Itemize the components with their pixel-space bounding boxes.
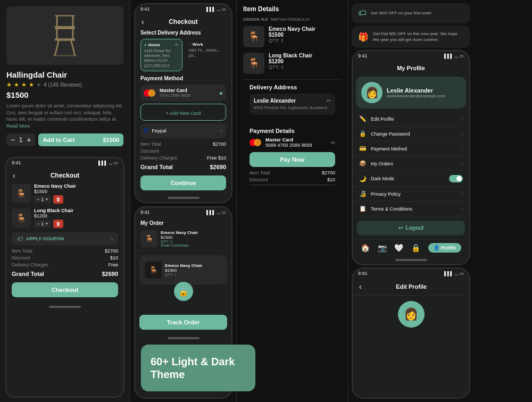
menu-item-change-password[interactable]: 🔒 Change Password › xyxy=(353,127,469,141)
logout-button[interactable]: ↩ Logout xyxy=(357,221,465,235)
promo-text-1: Get 30% OFF on your first order xyxy=(371,10,431,16)
checkout-body-2: Select Delivery Address ● Home ✏ 4140 Pa… xyxy=(135,30,231,194)
nav-profile-button[interactable]: 👤 Profile xyxy=(428,243,461,253)
delivery-name: Leslie Alexander xyxy=(254,98,331,104)
order-item-1: 🪑 Emeco Navy Chair $1500 QTY: 1 Order Co… xyxy=(135,227,231,251)
battery-icon-profile: ▭ xyxy=(460,54,464,58)
qty-ctrl-sm-2: − 1 + xyxy=(34,220,51,228)
edit-profile-header: ‹ Edit Profile › xyxy=(353,278,469,296)
payment-method-label: Payment Method xyxy=(371,146,407,152)
order-blur-bg: 🪑 Emeco Navy Chair $1500 QTY: 1 xyxy=(139,255,227,284)
dark-mode-toggle[interactable] xyxy=(449,175,463,182)
item-total-row-2: Item Total $2700 xyxy=(140,141,226,147)
order-name-1: Emeco Navy Chair xyxy=(161,230,226,235)
menu-item-privacy-policy[interactable]: 🔏 Privacy Policy › xyxy=(353,187,469,202)
read-more-link[interactable]: Read More xyxy=(6,123,30,129)
nav-heart-icon[interactable]: 🤍 xyxy=(394,244,403,252)
delivery-value: Free xyxy=(108,262,118,267)
discount-row-2: Discount xyxy=(140,148,226,154)
item-total-label: Item Total xyxy=(12,248,32,254)
quantity-decrease[interactable]: − xyxy=(11,136,15,144)
nav-camera-icon[interactable]: 📷 xyxy=(378,244,387,252)
payment-title: Payment Details xyxy=(250,128,335,134)
chair-illustration xyxy=(44,12,86,60)
column-4: 🏷 Get 30% OFF on your first order 🎁 Get … xyxy=(348,0,473,402)
star-2: ★ xyxy=(14,81,19,88)
order-no-value: 56874JHT8569LK10 xyxy=(270,17,309,22)
item-detail-2: 🪑 Long Black Chair $1200 QTY: 1 xyxy=(243,53,342,74)
home-address-card[interactable]: ● Home ✏ 4140 Parker Rd. Allentown, New … xyxy=(140,39,182,71)
delete-item-1[interactable]: 🗑 xyxy=(53,195,63,204)
edit-profile-arrow: › xyxy=(461,116,463,122)
quantity-increase[interactable]: + xyxy=(27,136,31,144)
delivery-address-card: ✏ Leslie Alexander 8502 Preston Rd. Ingl… xyxy=(250,94,335,115)
signal-icon-edit: ▌▌▌ xyxy=(444,271,453,276)
item-img-1: 🪑 xyxy=(243,26,264,47)
page-wrapper: Hallingdal Chair ★ ★ ★ ★ ★ 4 (146 Review… xyxy=(0,0,532,402)
item-qty-row-1: − 1 + 🗑 xyxy=(34,195,118,204)
item-total-value-2: $2700 xyxy=(213,141,226,147)
home-radio: ● xyxy=(144,43,147,47)
work-address-card[interactable]: ○ Work 1901 Th... Shiloh,... (20... xyxy=(185,39,226,71)
order-confirmed-visual: 🪑 Emeco Navy Chair $1500 QTY: 1 🔒 xyxy=(139,255,227,298)
home-indicator-profile xyxy=(395,259,427,261)
menu-item-my-orders[interactable]: 📦 My Orders › xyxy=(353,156,469,171)
delivery-row: Delivery Charges Free xyxy=(12,262,118,267)
coupon-label: APPLY COUPON xyxy=(26,236,64,241)
work-label: Work xyxy=(193,42,203,47)
paypal-option[interactable]: P Paypal ○ xyxy=(140,123,226,138)
summary-item-total-value: $2700 xyxy=(322,170,335,175)
order-item-row-2: 🪑 Long Black Chair $1200 − 1 + 🗑 xyxy=(12,208,118,228)
checkout-body: 🪑 Emeco Navy Chair $1500 − 1 + 🗑 xyxy=(6,183,123,303)
item-details-section: Item Details ORDER NO 56874JHT8569LK10 🪑… xyxy=(237,0,348,402)
privacy-policy-label: Privacy Policy xyxy=(371,191,401,197)
back-button[interactable]: ‹ xyxy=(13,171,15,180)
delete-item-2[interactable]: 🗑 xyxy=(53,220,63,228)
menu-item-terms[interactable]: 📋 Terms & Conditions › xyxy=(353,202,469,216)
promo-card-1: 🏷 Get 30% OFF on your first order xyxy=(352,3,470,23)
toggle-knob xyxy=(456,176,462,181)
battery-icon-orders: ▭ xyxy=(222,210,226,215)
blur-thumb: 🪑 xyxy=(145,262,162,279)
avatar: 👩 xyxy=(361,82,383,103)
checkout-phone-2: 9:41 ▌▌▌ ◟◞ ▭ ‹ Checkout Select Delivery… xyxy=(134,3,232,203)
item-detail-name-2: Long Black Chair xyxy=(269,53,312,58)
wifi-icon: ◟◞ xyxy=(109,161,112,165)
continue-button[interactable]: Continue xyxy=(140,175,226,190)
nav-home-icon[interactable]: 🏠 xyxy=(361,244,370,252)
star-3: ★ xyxy=(21,81,27,88)
add-new-card-button[interactable]: + Add New Card xyxy=(140,104,226,121)
pay-now-button[interactable]: Pay Now xyxy=(250,152,335,167)
promo-overlay-banner: 60+ Light & Dark Theme xyxy=(141,345,255,391)
edit-payment-icon[interactable]: ✏ xyxy=(331,140,335,146)
quantity-value: 1 xyxy=(17,136,24,144)
change-password-label: Change Password xyxy=(371,131,410,137)
edit-profile-icon: ✏️ xyxy=(359,115,367,122)
item-text-1: Emeco Navy Chair $1500 QTY: 1 xyxy=(269,26,315,43)
edit-profile-phone: 9:41 ▌▌▌ ◟◞ ▭ ‹ Edit Profile › 👩 xyxy=(352,267,470,399)
wifi-icon-edit: ◟◞ xyxy=(455,271,458,276)
track-order-button[interactable]: Track Order xyxy=(139,315,227,330)
edit-address-icon[interactable]: ✏ xyxy=(327,98,331,104)
payment-details-section: Payment Details Master Card 5689 4700 25… xyxy=(243,123,342,192)
menu-item-payment-method[interactable]: 💳 Payment Method › xyxy=(353,141,469,156)
discount-row: Discount $10 xyxy=(12,255,118,261)
add-to-cart-button[interactable]: Add to Cart $1500 xyxy=(38,133,123,146)
mastercard-option[interactable]: Master Card 4700 2589 9658 ● xyxy=(140,85,226,101)
nav-lock-icon[interactable]: 🔒 xyxy=(411,244,420,252)
mastercard-selected: ● xyxy=(219,89,223,97)
grand-total-value: $2690 xyxy=(102,271,118,277)
edit-back-arrow[interactable]: ‹ xyxy=(359,282,362,291)
coupon-row[interactable]: 🏷 APPLY COUPON › xyxy=(12,232,118,245)
checkout-button[interactable]: Checkout xyxy=(12,282,118,297)
summary-discount-value: $10 xyxy=(327,177,335,182)
back-button-2[interactable]: ‹ xyxy=(142,18,144,26)
home-label: Home xyxy=(148,43,160,47)
menu-item-edit-profile[interactable]: ✏️ Edit Profile › xyxy=(353,112,469,127)
grand-total-row-2: Grand Total $2690 xyxy=(140,164,226,170)
menu-item-dark-mode[interactable]: 🌙 Dark Mode xyxy=(353,171,469,187)
profile-status-bar: 9:41 ▌▌▌ ◟◞ ▭ xyxy=(353,51,469,61)
home-edit[interactable]: ✏ xyxy=(175,43,179,47)
delivery-section: Delivery Address ✏ Leslie Alexander 8502… xyxy=(243,79,342,123)
promo-text-2: Get Flat $50 OFF on this new year. We ho… xyxy=(373,31,464,43)
